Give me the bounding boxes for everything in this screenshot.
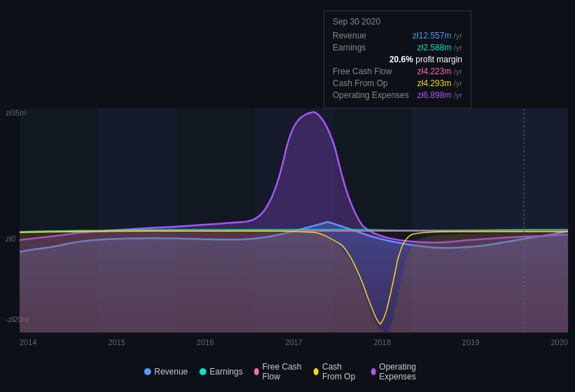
tooltip-row-opex: Operating Expenses zł6.898m /yr: [333, 90, 462, 100]
tooltip-value-fcf: zł4.223m /yr: [417, 66, 462, 76]
tooltip-row-fcf: Free Cash Flow zł4.223m /yr: [333, 66, 462, 76]
legend-item-opex[interactable]: Operating Expenses: [370, 362, 431, 382]
tooltip-value-cashop: zł4.293m /yr: [417, 78, 462, 88]
tooltip-label-revenue: Revenue: [333, 31, 366, 41]
x-label-2014: 2014: [20, 338, 36, 346]
tooltip-label-opex: Operating Expenses: [333, 90, 409, 100]
tooltip-value-margin: 20.6% profit margin: [389, 55, 462, 64]
legend-item-fcf[interactable]: Free Cash Flow: [254, 362, 303, 382]
legend-dot-fcf: [254, 368, 259, 375]
legend-label-fcf: Free Cash Flow: [262, 362, 303, 382]
tooltip-row-earnings: Earnings zł2.588m /yr: [333, 43, 462, 52]
legend-dot-cashop: [314, 368, 319, 375]
chart-container: Sep 30 2020 Revenue zł12.557m /yr Earnin…: [0, 0, 575, 392]
legend-dot-revenue: [144, 368, 151, 375]
legend-label-revenue: Revenue: [154, 367, 188, 377]
legend-label-cashop: Cash From Op: [322, 362, 360, 382]
tooltip-label-earnings: Earnings: [333, 43, 366, 52]
legend-item-earnings[interactable]: Earnings: [199, 367, 242, 377]
y-label-0: zł0: [6, 234, 15, 243]
tooltip-label-fcf: Free Cash Flow: [333, 66, 392, 76]
x-label-2020: 2020: [550, 338, 567, 346]
legend-item-revenue[interactable]: Revenue: [144, 367, 188, 377]
x-label-2015: 2015: [108, 338, 125, 346]
legend-dot-earnings: [199, 368, 206, 375]
tooltip-row-cashop: Cash From Op zł4.293m /yr: [333, 78, 462, 88]
tooltip-title: Sep 30 2020: [333, 17, 462, 27]
tooltip-row-margin: 20.6% profit margin: [333, 55, 462, 64]
legend-label-opex: Operating Expenses: [379, 362, 431, 382]
tooltip-value-earnings: zł2.588m /yr: [417, 43, 462, 52]
legend-item-cashop[interactable]: Cash From Op: [314, 362, 359, 382]
legend: Revenue Earnings Free Cash Flow Cash Fro…: [144, 362, 431, 382]
x-label-2018: 2018: [374, 338, 391, 346]
x-label-2019: 2019: [462, 338, 479, 346]
chart-svg: [20, 108, 568, 332]
tooltip-label-cashop: Cash From Op: [333, 78, 388, 88]
x-label-2017: 2017: [285, 338, 302, 346]
tooltip-value-opex: zł6.898m /yr: [417, 90, 462, 100]
x-label-2016: 2016: [197, 338, 214, 346]
legend-dot-opex: [370, 368, 375, 375]
legend-label-earnings: Earnings: [209, 367, 242, 377]
tooltip-value-revenue: zł12.557m /yr: [413, 31, 462, 41]
tooltip-row-revenue: Revenue zł12.557m /yr: [333, 31, 462, 41]
tooltip-card: Sep 30 2020 Revenue zł12.557m /yr Earnin…: [324, 10, 471, 108]
